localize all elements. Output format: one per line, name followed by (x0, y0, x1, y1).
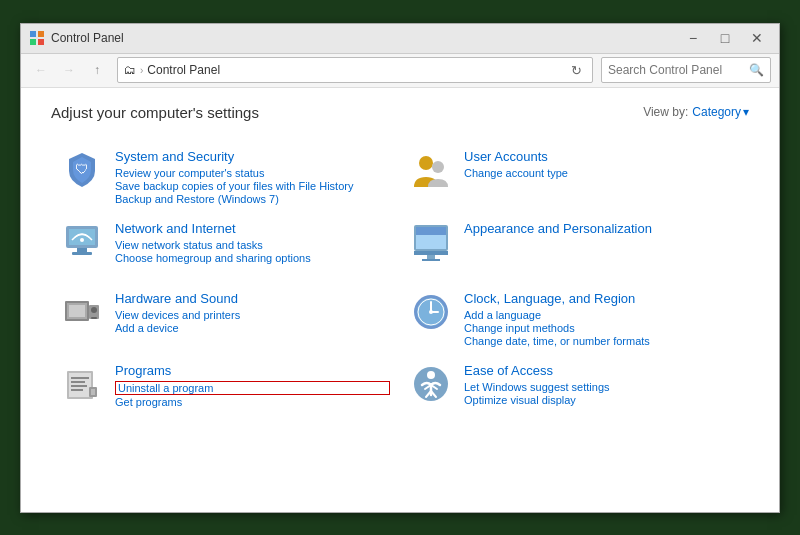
hardware-title[interactable]: Hardware and Sound (115, 291, 390, 306)
svg-rect-20 (69, 305, 85, 317)
window-icon (29, 30, 45, 46)
system-security-title[interactable]: System and Security (115, 149, 390, 164)
svg-point-29 (429, 310, 433, 314)
svg-rect-9 (77, 248, 87, 252)
svg-rect-1 (38, 31, 44, 37)
svg-rect-3 (38, 39, 44, 45)
svg-rect-10 (72, 252, 92, 255)
appearance-icon (410, 221, 452, 263)
ease-link-0[interactable]: Let Windows suggest settings (464, 381, 739, 393)
system-security-icon: 🛡 (61, 149, 103, 191)
clock-link-0[interactable]: Add a language (464, 309, 739, 321)
hardware-icon (61, 291, 103, 333)
ease-links: Let Windows suggest settings Optimize vi… (464, 381, 739, 406)
system-security-link-2[interactable]: Backup and Restore (Windows 7) (115, 193, 390, 205)
svg-point-11 (80, 238, 84, 242)
svg-point-5 (419, 156, 433, 170)
clock-link-2[interactable]: Change date, time, or number formats (464, 335, 739, 347)
user-accounts-title[interactable]: User Accounts (464, 149, 739, 164)
network-icon (61, 221, 103, 263)
window-title: Control Panel (51, 31, 679, 45)
system-security-link-1[interactable]: Save backup copies of your files with Fi… (115, 180, 390, 192)
hardware-links: View devices and printers Add a device (115, 309, 390, 334)
refresh-button[interactable]: ↻ (566, 60, 586, 80)
svg-rect-8 (69, 229, 95, 245)
user-accounts-link-0[interactable]: Change account type (464, 167, 739, 179)
appearance-title[interactable]: Appearance and Personalization (464, 221, 739, 236)
category-hardware: Hardware and Sound View devices and prin… (51, 283, 400, 355)
category-user-accounts: User Accounts Change account type (400, 141, 749, 213)
network-links: View network status and tasks Choose hom… (115, 239, 390, 264)
network-title[interactable]: Network and Internet (115, 221, 390, 236)
address-breadcrumb: 🗂 › Control Panel (124, 63, 562, 77)
svg-rect-37 (91, 389, 95, 395)
minimize-button[interactable]: − (679, 28, 707, 48)
search-box: 🔍 (601, 57, 771, 83)
search-input[interactable] (608, 63, 745, 77)
programs-links: Uninstall a program Get programs (115, 381, 390, 408)
svg-rect-2 (30, 39, 36, 45)
content-header: Adjust your computer's settings View by:… (51, 104, 749, 121)
network-link-0[interactable]: View network status and tasks (115, 239, 390, 251)
network-text: Network and Internet View network status… (115, 221, 390, 264)
hardware-link-1[interactable]: Add a device (115, 322, 390, 334)
view-by-value-text: Category (692, 105, 741, 119)
chevron-down-icon: ▾ (743, 105, 749, 119)
categories-grid: 🛡 System and Security Review your comput… (51, 141, 749, 425)
system-security-text: System and Security Review your computer… (115, 149, 390, 205)
programs-link-0[interactable]: Uninstall a program (115, 381, 390, 395)
programs-text: Programs Uninstall a program Get program… (115, 363, 390, 408)
svg-rect-16 (427, 255, 435, 259)
programs-icon (61, 363, 103, 405)
view-by-dropdown[interactable]: Category ▾ (692, 105, 749, 119)
svg-point-6 (432, 161, 444, 173)
category-system-security: 🛡 System and Security Review your comput… (51, 141, 400, 213)
nav-bar: ← → ↑ 🗂 › Control Panel ↻ 🔍 (21, 54, 779, 88)
maximize-button[interactable]: □ (711, 28, 739, 48)
address-bar: 🗂 › Control Panel ↻ (117, 57, 593, 83)
svg-rect-23 (91, 317, 97, 319)
hardware-text: Hardware and Sound View devices and prin… (115, 291, 390, 334)
svg-rect-33 (71, 381, 85, 383)
control-panel-window: Control Panel − □ ✕ ← → ↑ 🗂 › Control Pa… (20, 23, 780, 513)
clock-text: Clock, Language, and Region Add a langua… (464, 291, 739, 347)
svg-rect-34 (71, 385, 87, 387)
programs-link-1[interactable]: Get programs (115, 396, 390, 408)
clock-icon (410, 291, 452, 333)
svg-rect-17 (422, 259, 440, 261)
system-security-link-0[interactable]: Review your computer's status (115, 167, 390, 179)
back-button[interactable]: ← (29, 58, 53, 82)
svg-rect-15 (414, 251, 448, 255)
svg-rect-35 (71, 389, 83, 391)
hardware-link-0[interactable]: View devices and printers (115, 309, 390, 321)
category-network: Network and Internet View network status… (51, 213, 400, 283)
view-by: View by: Category ▾ (643, 105, 749, 119)
user-accounts-links: Change account type (464, 167, 739, 179)
forward-button[interactable]: → (57, 58, 81, 82)
user-accounts-text: User Accounts Change account type (464, 149, 739, 179)
clock-links: Add a language Change input methods Chan… (464, 309, 739, 347)
appearance-text: Appearance and Personalization (464, 221, 739, 239)
category-clock: Clock, Language, and Region Add a langua… (400, 283, 749, 355)
content-area: Adjust your computer's settings View by:… (21, 88, 779, 512)
clock-title[interactable]: Clock, Language, and Region (464, 291, 739, 306)
svg-point-39 (427, 371, 435, 379)
svg-rect-0 (30, 31, 36, 37)
close-button[interactable]: ✕ (743, 28, 771, 48)
network-link-1[interactable]: Choose homegroup and sharing options (115, 252, 390, 264)
user-accounts-icon (410, 149, 452, 191)
search-icon: 🔍 (749, 63, 764, 77)
ease-title[interactable]: Ease of Access (464, 363, 739, 378)
ease-text: Ease of Access Let Windows suggest setti… (464, 363, 739, 406)
clock-link-1[interactable]: Change input methods (464, 322, 739, 334)
ease-link-1[interactable]: Optimize visual display (464, 394, 739, 406)
window-controls: − □ ✕ (679, 28, 771, 48)
ease-icon (410, 363, 452, 405)
category-ease: Ease of Access Let Windows suggest setti… (400, 355, 749, 425)
programs-title[interactable]: Programs (115, 363, 390, 378)
view-by-label: View by: (643, 105, 688, 119)
svg-point-22 (91, 307, 97, 313)
svg-rect-14 (416, 227, 446, 235)
breadcrumb-icon: 🗂 (124, 63, 136, 77)
up-button[interactable]: ↑ (85, 58, 109, 82)
